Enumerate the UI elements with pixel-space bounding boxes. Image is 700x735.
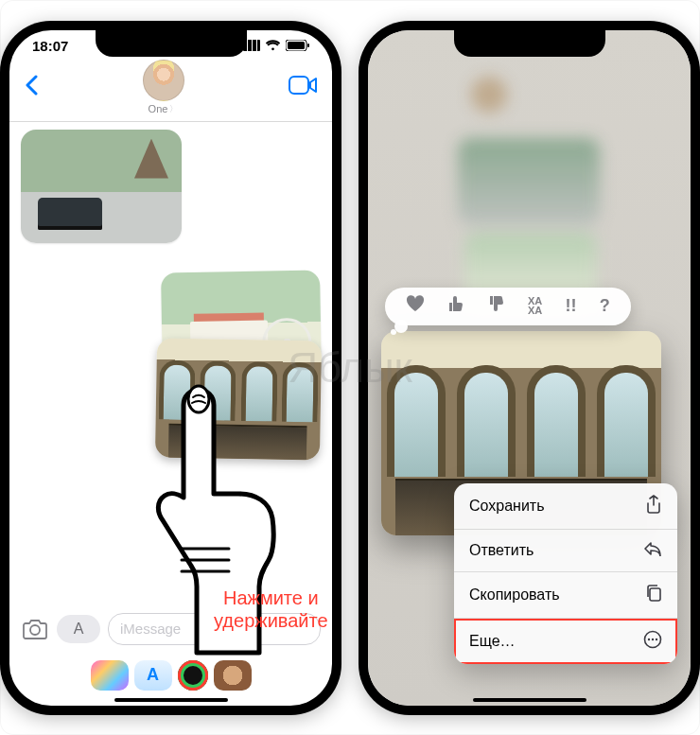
menu-save-label: Сохранить — [469, 498, 545, 515]
app-store-button[interactable]: A — [57, 615, 100, 643]
incoming-photo-1[interactable] — [21, 130, 182, 243]
menu-save[interactable]: Сохранить — [454, 483, 677, 530]
home-indicator[interactable] — [473, 698, 586, 702]
notch — [96, 30, 247, 57]
wifi-icon — [265, 40, 281, 51]
dock-memoji[interactable] — [214, 660, 252, 691]
menu-reply-label: Ответить — [469, 542, 534, 559]
avatar — [143, 60, 184, 101]
nav-bar: One〉 — [9, 56, 332, 122]
copy-icon — [645, 584, 662, 606]
status-time: 18:07 — [32, 38, 68, 54]
context-menu: Сохранить Ответить Скопировать — [454, 483, 677, 664]
camera-button[interactable] — [21, 615, 49, 643]
svg-rect-3 — [289, 77, 308, 94]
svg-rect-1 — [288, 42, 305, 49]
battery-icon — [286, 40, 309, 51]
tapback-emphasis[interactable]: !! — [566, 296, 577, 316]
facetime-button[interactable] — [289, 76, 317, 98]
tapback-haha[interactable]: XA XA — [528, 297, 542, 316]
hint-label: Нажмите иудерживайте — [214, 586, 328, 632]
message-thread[interactable] — [9, 122, 332, 652]
dock-photos[interactable] — [91, 660, 129, 691]
app-dock: A — [9, 655, 332, 696]
menu-more-label: Еще… — [469, 633, 516, 650]
menu-reply[interactable]: Ответить — [454, 530, 677, 572]
tapback-thumbs-down[interactable] — [488, 295, 505, 317]
svg-point-7 — [648, 638, 650, 639]
tapback-question[interactable]: ? — [600, 296, 610, 316]
menu-copy-label: Скопировать — [469, 586, 560, 604]
dock-appstore[interactable]: A — [134, 660, 172, 691]
menu-more[interactable]: Еще… — [454, 619, 677, 664]
svg-rect-2 — [307, 44, 309, 47]
phone-right: XA XA !! ? Сохранить Ответить — [359, 21, 700, 715]
svg-point-4 — [30, 625, 40, 635]
svg-rect-5 — [650, 588, 660, 601]
chevron-right-icon: 〉 — [169, 103, 178, 115]
menu-copy[interactable]: Скопировать — [454, 572, 677, 619]
notch — [454, 30, 605, 57]
reply-icon — [643, 541, 662, 560]
svg-point-9 — [656, 638, 657, 639]
outgoing-photo-stack[interactable] — [162, 271, 321, 459]
tapback-bar: XA XA !! ? — [385, 288, 631, 325]
share-icon — [645, 495, 662, 517]
home-indicator[interactable] — [114, 698, 228, 702]
back-button[interactable] — [25, 72, 38, 102]
tapback-heart[interactable] — [406, 295, 425, 317]
contact-header[interactable]: One〉 — [143, 60, 184, 115]
tapback-thumbs-up[interactable] — [447, 295, 464, 317]
contact-name: One — [149, 103, 168, 114]
svg-point-8 — [652, 638, 654, 639]
outgoing-photo-3[interactable] — [155, 338, 322, 460]
more-icon — [643, 630, 662, 653]
screen-right: XA XA !! ? Сохранить Ответить — [368, 30, 691, 706]
dock-fitness[interactable] — [178, 660, 208, 691]
